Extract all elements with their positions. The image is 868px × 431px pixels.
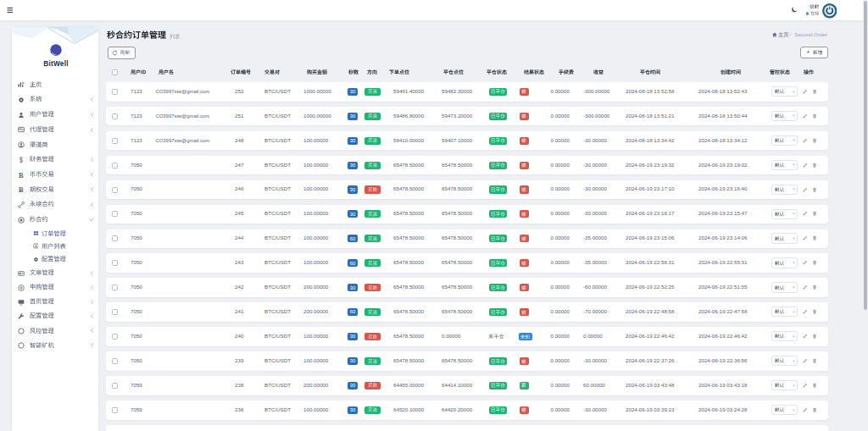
svg-text:Ƀ: Ƀ	[19, 186, 24, 193]
svg-text:B: B	[19, 172, 24, 179]
